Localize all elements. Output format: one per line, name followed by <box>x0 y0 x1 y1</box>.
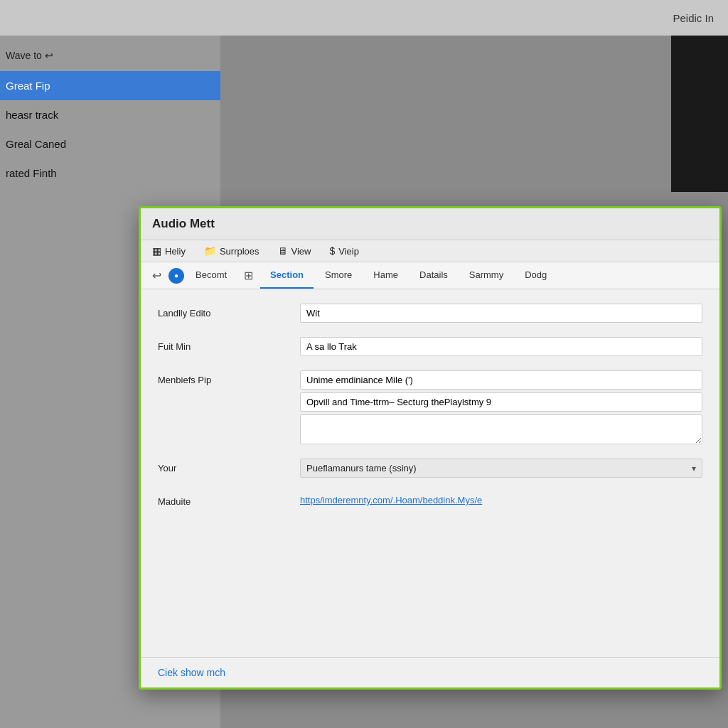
form-row-menbiefs-pip: Menbiefs Pip <box>158 370 702 444</box>
label-landlly-edito: Landlly Edito <box>158 304 300 318</box>
sidebar-item-label-greal-caned: Greal Caned <box>6 138 66 150</box>
dialog-tabs: ↩ ● Becomt ⊞ Section Smore Hame Datails … <box>141 262 719 289</box>
input-menbiefs-pip-line1[interactable] <box>300 370 702 390</box>
menu-view[interactable]: 🖥 View <box>275 243 314 259</box>
chevron-down-icon: ▾ <box>692 464 696 473</box>
input-landlly-edito[interactable] <box>300 304 702 323</box>
back-button[interactable]: ↩ <box>146 264 167 287</box>
tab-becomt[interactable]: Becomt <box>186 262 237 289</box>
dialog-title: Audio Mett <box>141 208 719 240</box>
tab-hame[interactable]: Hame <box>363 262 408 289</box>
link-maduite[interactable]: https/imderemnty.com/.Hoam/beddink.Mys/e <box>300 492 702 505</box>
menu-heliy-label: Heliy <box>165 246 186 257</box>
form-row-your: Your Pueflamanurs tame (ssiny) ▾ <box>158 459 702 478</box>
left-panel-items: Great Fip heasr track Greal Caned rated … <box>0 71 220 188</box>
tab-smore[interactable]: Smore <box>315 262 362 289</box>
form-row-landlly-edito: Landlly Edito <box>158 304 702 323</box>
footer-ciek-show-mch-link[interactable]: Ciek show mch <box>158 667 225 678</box>
blue-circle-button[interactable]: ● <box>168 268 184 284</box>
label-menbiefs-pip: Menbiefs Pip <box>158 370 300 385</box>
video-thumbnail <box>671 36 728 192</box>
menu-view-label: View <box>291 246 311 257</box>
sidebar-item-greal-caned[interactable]: Greal Caned <box>0 129 220 159</box>
sidebar-item-great-fip[interactable]: Great Fip <box>0 71 220 100</box>
sidebar-item-label-heasr-track: heasr track <box>6 109 58 121</box>
top-bar: Peidic In <box>0 0 728 36</box>
dollar-icon: $ <box>330 245 336 257</box>
circle-icon: ● <box>174 272 178 279</box>
textarea-menbiefs-pip[interactable] <box>300 414 702 444</box>
left-panel-header: Wave to ↩ <box>0 43 220 68</box>
menu-vieip[interactable]: $ Vieip <box>327 243 362 259</box>
sidebar-item-label-great-fip: Great Fip <box>6 80 50 92</box>
input-menbiefs-pip-line2[interactable] <box>300 392 702 412</box>
sidebar-item-label-rated-finth: rated Finth <box>6 167 57 179</box>
sidebar-item-heasr-track[interactable]: heasr track <box>0 100 220 129</box>
view-icon: 🖥 <box>278 245 288 257</box>
tab-datails[interactable]: Datails <box>410 262 458 289</box>
menu-heliy[interactable]: ▦ Heliy <box>149 243 188 259</box>
folder-icon: 📁 <box>204 245 216 257</box>
multitext-menbiefs-pip <box>300 370 702 444</box>
tab-sarmmy[interactable]: Sarmmy <box>459 262 513 289</box>
menu-vieip-label: Vieip <box>338 246 359 257</box>
grid-icon-button[interactable]: ⊞ <box>238 264 259 287</box>
dialog-footer: Ciek show mch <box>141 657 719 687</box>
select-your-value: Pueflamanurs tame (ssiny) <box>306 463 692 473</box>
audio-mett-dialog: Audio Mett ▦ Heliy 📁 Surrploes 🖥 View $ … <box>139 206 722 690</box>
heliy-icon: ▦ <box>152 245 161 257</box>
form-row-maduite: Maduite https/imderemnty.com/.Hoam/beddi… <box>158 492 702 507</box>
input-fuit-min[interactable] <box>300 337 702 356</box>
menu-surrploes[interactable]: 📁 Surrploes <box>201 243 262 259</box>
dialog-menubar: ▦ Heliy 📁 Surrploes 🖥 View $ Vieip <box>141 240 719 262</box>
label-your: Your <box>158 459 300 473</box>
form-row-fuit-min: Fuit Min <box>158 337 702 356</box>
tab-section[interactable]: Section <box>260 262 314 289</box>
dialog-form-content: Landlly Edito Fuit Min Menbiefs Pip Your… <box>141 289 719 657</box>
label-fuit-min: Fuit Min <box>158 337 300 352</box>
label-maduite: Maduite <box>158 492 300 507</box>
tab-dodg[interactable]: Dodg <box>515 262 557 289</box>
sidebar-item-rated-finth[interactable]: rated Finth <box>0 159 220 188</box>
select-your[interactable]: Pueflamanurs tame (ssiny) ▾ <box>300 459 702 478</box>
menu-surrploes-label: Surrploes <box>220 246 259 257</box>
top-bar-title: Peidic In <box>673 12 714 24</box>
